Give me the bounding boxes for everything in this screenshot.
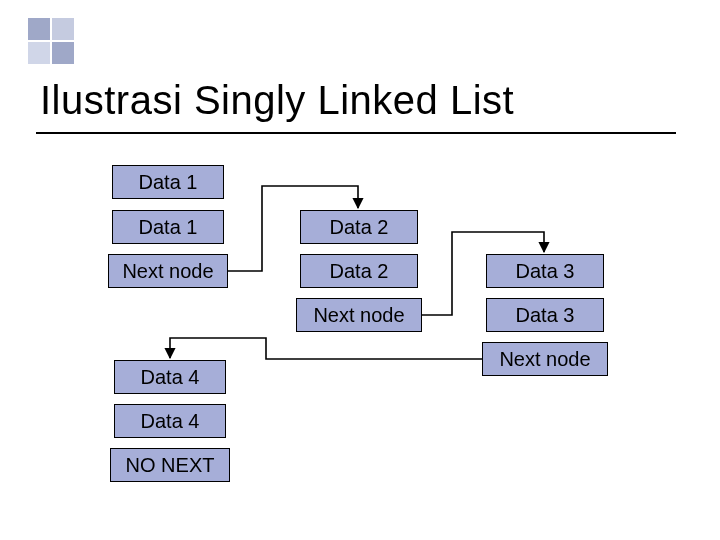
node3-top: Data 3 (486, 254, 604, 288)
node3-next: Next node (482, 342, 608, 376)
diagram-stage: Ilustrasi Singly Linked List Data 1 Data… (0, 0, 720, 540)
node4-next: NO NEXT (110, 448, 230, 482)
decor-square (52, 42, 74, 64)
node3-mid: Data 3 (486, 298, 604, 332)
title-underline (36, 132, 676, 134)
node1-next: Next node (108, 254, 228, 288)
decor-square (28, 42, 50, 64)
node4-mid: Data 4 (114, 404, 226, 438)
slide-title: Ilustrasi Singly Linked List (40, 78, 514, 123)
node1-top: Data 1 (112, 165, 224, 199)
node2-mid: Data 2 (300, 254, 418, 288)
decor-square (52, 18, 74, 40)
arrow-node3-to-node4 (170, 338, 482, 359)
node2-next: Next node (296, 298, 422, 332)
node2-top: Data 2 (300, 210, 418, 244)
node4-top: Data 4 (114, 360, 226, 394)
node1-mid: Data 1 (112, 210, 224, 244)
decor-square (28, 18, 50, 40)
